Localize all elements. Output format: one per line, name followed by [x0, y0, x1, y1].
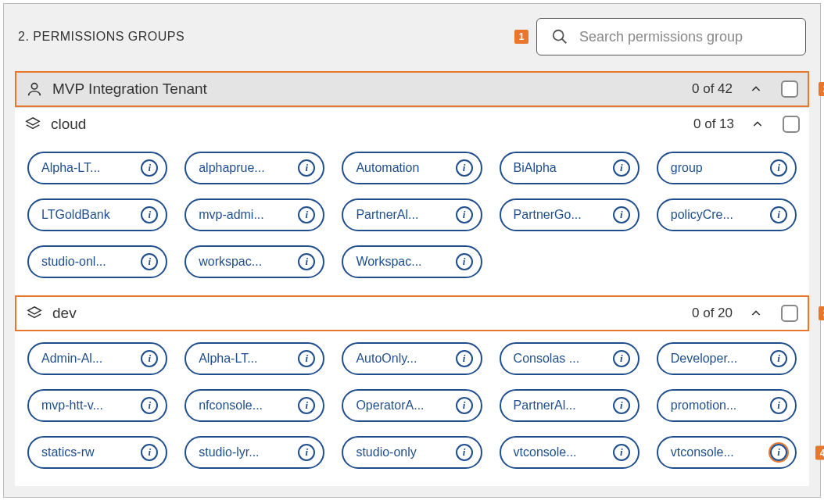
realm-row[interactable]: cloud0 of 13 — [15, 107, 809, 141]
info-icon[interactable]: i — [456, 397, 473, 414]
info-icon[interactable]: i — [770, 206, 787, 223]
chevron-up-icon[interactable] — [748, 81, 764, 97]
permission-chip[interactable]: nfconsole...i — [185, 389, 324, 422]
panel-body: MVP Integration Tenant 0 of 42 2 cloud0 … — [15, 71, 809, 486]
permission-chip[interactable]: vtconsole...i4 — [657, 436, 797, 469]
permission-chip[interactable]: policyCre...i — [657, 198, 797, 231]
permission-chip[interactable]: Alpha-LT...i — [185, 342, 324, 375]
realm-row[interactable]: dev0 of 20 — [15, 295, 809, 331]
info-icon[interactable]: i — [613, 159, 630, 177]
svg-line-1 — [562, 39, 567, 44]
permission-chip[interactable]: LTGoldBanki — [27, 198, 167, 231]
info-icon[interactable]: i — [456, 444, 473, 461]
permission-chip[interactable]: Alpha-LT...i — [27, 152, 167, 184]
chip-label: nfconsole... — [199, 399, 263, 413]
tenant-checkbox[interactable] — [781, 80, 798, 98]
permission-chip[interactable]: Workspac...i — [342, 245, 482, 278]
info-icon[interactable]: i — [456, 253, 473, 270]
info-icon[interactable]: i — [456, 159, 473, 177]
callout-2: 2 — [819, 82, 824, 96]
permission-chip[interactable]: studio-lyr...i — [185, 436, 324, 469]
permission-chip[interactable]: studio-onlyi — [342, 436, 482, 469]
chips-grid: Alpha-LT...ialphaprue...iAutomationiBiAl… — [15, 141, 809, 295]
chip-label: AutoOnly... — [356, 352, 417, 366]
chip-label: workspac... — [199, 255, 262, 269]
panel-header: 2. PERMISSIONS GROUPS 1 — [4, 4, 820, 66]
realm-count: 0 of 13 — [693, 116, 734, 132]
chip-label: policyCre... — [671, 208, 733, 222]
chip-label: alphaprue... — [199, 161, 265, 175]
chip-label: Alpha-LT... — [41, 161, 100, 175]
permission-chip[interactable]: Admin-Al...i — [27, 342, 167, 375]
info-icon[interactable]: i — [141, 397, 158, 414]
info-icon[interactable]: i — [613, 350, 630, 367]
info-icon[interactable]: i — [141, 444, 158, 461]
permission-chip[interactable]: Developer...i — [657, 342, 797, 375]
svg-marker-3 — [27, 118, 40, 125]
chevron-up-icon[interactable] — [750, 116, 765, 132]
tenant-row-wrapper: MVP Integration Tenant 0 of 42 2 — [15, 71, 809, 107]
chip-label: PartnerAl... — [356, 208, 418, 222]
chip-label: Admin-Al... — [41, 352, 102, 366]
info-icon[interactable]: i — [770, 350, 787, 367]
permission-chip[interactable]: mvp-htt-v...i — [27, 389, 167, 422]
permission-chip[interactable]: PartnerGo...i — [500, 198, 639, 231]
permission-chip[interactable]: studio-onl...i — [27, 245, 167, 278]
realm-checkbox[interactable] — [783, 116, 800, 133]
tenant-row[interactable]: MVP Integration Tenant 0 of 42 — [15, 71, 809, 107]
chip-label: OperatorA... — [356, 399, 424, 413]
chips-grid: Admin-Al...iAlpha-LT...iAutoOnly...iCons… — [15, 331, 809, 486]
permission-chip[interactable]: PartnerAl...i — [342, 198, 482, 231]
chip-label: mvp-admi... — [199, 208, 264, 222]
chevron-up-icon[interactable] — [748, 306, 764, 321]
permission-chip[interactable]: vtconsole...i — [500, 436, 639, 469]
info-icon[interactable]: i — [456, 350, 473, 367]
chip-label: Workspac... — [356, 255, 421, 269]
permission-chip[interactable]: BiAlphai — [500, 152, 639, 184]
permission-chip[interactable]: alphaprue...i — [185, 152, 324, 184]
info-icon[interactable]: i — [613, 397, 630, 414]
info-icon[interactable]: i — [298, 159, 315, 177]
chip-label: vtconsole... — [514, 445, 577, 459]
permission-chip[interactable]: groupi — [657, 152, 797, 184]
permission-chip[interactable]: workspac...i — [185, 245, 324, 278]
permission-chip[interactable]: Consolas ...i — [500, 342, 639, 375]
permissions-panel: 2. PERMISSIONS GROUPS 1 MVP — [3, 3, 821, 498]
info-icon[interactable]: i — [456, 206, 473, 223]
svg-point-0 — [554, 30, 564, 41]
tenant-count: 0 of 42 — [692, 81, 733, 97]
info-icon[interactable]: i — [770, 397, 787, 414]
info-icon[interactable]: i — [613, 206, 630, 223]
info-icon[interactable]: i — [298, 253, 315, 270]
permission-chip[interactable]: mvp-admi...i — [185, 198, 324, 231]
permission-chip[interactable]: AutoOnly...i — [342, 342, 482, 375]
chip-label: Developer... — [671, 352, 737, 366]
info-icon[interactable]: i — [141, 159, 158, 177]
chip-label: mvp-htt-v... — [41, 399, 103, 413]
info-icon[interactable]: i — [298, 444, 315, 461]
header-right: 1 — [514, 18, 806, 55]
info-icon[interactable]: i — [298, 397, 315, 414]
permission-chip[interactable]: OperatorA...i — [342, 389, 482, 422]
info-icon[interactable]: i — [770, 444, 787, 461]
info-icon[interactable]: i — [141, 253, 158, 270]
permission-chip[interactable]: statics-rwi — [27, 436, 167, 469]
realm-checkbox[interactable] — [781, 305, 798, 322]
search-input[interactable] — [579, 29, 791, 45]
info-icon[interactable]: i — [298, 206, 315, 223]
info-icon[interactable]: i — [770, 159, 787, 177]
chip-label: studio-onl... — [41, 255, 106, 269]
search-box[interactable] — [536, 18, 806, 55]
realm-count: 0 of 20 — [692, 306, 733, 321]
permission-chip[interactable]: PartnerAl...i — [500, 389, 639, 422]
info-icon[interactable]: i — [141, 350, 158, 367]
info-icon[interactable]: i — [298, 350, 315, 367]
info-icon[interactable]: i — [141, 206, 158, 223]
info-icon[interactable]: i — [613, 444, 630, 461]
permission-chip[interactable]: promotion...i — [657, 389, 797, 422]
callout-1: 1 — [514, 30, 528, 44]
chip-label: studio-only — [356, 445, 416, 459]
panel-title: 2. PERMISSIONS GROUPS — [18, 30, 185, 44]
svg-point-2 — [31, 84, 37, 89]
permission-chip[interactable]: Automationi — [342, 152, 482, 184]
